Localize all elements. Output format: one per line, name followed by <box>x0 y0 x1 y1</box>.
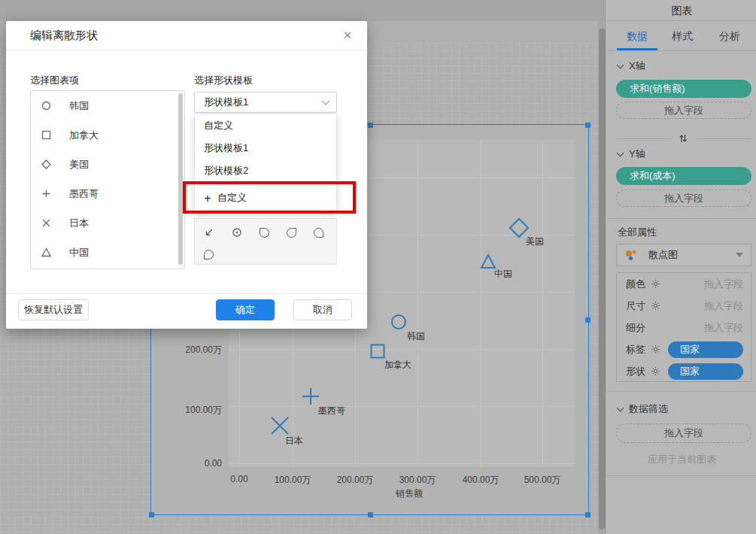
property-row-color: 颜色 拖入字段 <box>617 273 751 295</box>
list-item-label: 韩国 <box>69 99 89 113</box>
template-select-value: 形状模板1 <box>204 96 248 109</box>
chevron-down-icon <box>617 405 624 412</box>
filter-section-title: 数据筛选 <box>629 402 668 416</box>
diamond-marker-icon <box>41 159 51 169</box>
toolbar-strip <box>0 0 606 21</box>
chevron-down-icon <box>617 150 624 157</box>
plus-marker-icon <box>41 189 51 199</box>
property-row-shape: 形状 国家 <box>617 360 751 382</box>
gear-icon[interactable] <box>651 279 660 289</box>
divider <box>696 138 751 139</box>
chart-item-list: 韩国 加拿大 美国 墨西哥 日本 中国 <box>30 90 185 269</box>
target-dot-icon[interactable] <box>232 227 242 238</box>
x-axis-field-chip[interactable]: 求和(销售额) <box>616 80 751 98</box>
selection-handle[interactable] <box>368 512 373 517</box>
ok-button[interactable]: 确定 <box>216 299 275 320</box>
property-row-detail: 细分 拖入字段 <box>617 317 751 338</box>
x-axis-drop-zone[interactable]: 拖入字段 <box>616 102 751 119</box>
dropdown-option-template2[interactable]: 形状模板2 <box>195 159 336 182</box>
marker-circle-korea[interactable] <box>392 315 405 329</box>
marker-plus-mexico[interactable] <box>302 388 319 405</box>
list-item-japan[interactable]: 日本 <box>31 208 184 238</box>
selection-handle[interactable] <box>149 512 154 517</box>
gear-icon[interactable] <box>651 344 660 354</box>
gear-icon[interactable] <box>651 301 660 311</box>
sidebar-title: 图表 <box>607 0 756 21</box>
point-label: 墨西哥 <box>318 405 345 417</box>
dropdown-option-custom[interactable]: 自定义 <box>195 114 336 137</box>
swap-axes-icon[interactable] <box>678 133 688 144</box>
filter-drop-zone[interactable]: 拖入字段 <box>616 423 751 443</box>
gear-icon[interactable] <box>651 366 660 376</box>
list-item-label: 日本 <box>69 217 89 230</box>
property-label: 颜色 <box>626 278 645 291</box>
template-select[interactable]: 形状模板1 <box>194 92 337 113</box>
tab-data[interactable]: 数据 <box>615 21 660 51</box>
divider <box>6 293 367 294</box>
marker-diamond-usa[interactable] <box>510 219 528 237</box>
list-scrollbar-thumb[interactable] <box>178 93 183 265</box>
selection-handle[interactable] <box>585 317 591 323</box>
divider <box>607 218 756 219</box>
point-label: 日本 <box>285 435 303 448</box>
property-label: 形状 <box>626 365 645 378</box>
x-marker-icon <box>41 218 51 228</box>
shape-picker-panel <box>194 218 337 265</box>
list-item-label: 墨西哥 <box>69 187 99 201</box>
drop-field-placeholder[interactable]: 拖入字段 <box>704 321 743 335</box>
caret-down-icon <box>736 253 743 257</box>
canvas-scrollbar[interactable] <box>598 21 606 534</box>
list-item-korea[interactable]: 韩国 <box>31 91 184 120</box>
cancel-button[interactable]: 取消 <box>293 299 352 320</box>
marker-x-japan[interactable] <box>272 417 288 434</box>
restore-defaults-button[interactable]: 恢复默认设置 <box>18 299 89 320</box>
divider <box>6 50 367 50</box>
divider <box>607 391 756 392</box>
filter-section-header[interactable]: 数据筛选 <box>618 402 668 416</box>
chevron-down-icon <box>321 96 329 105</box>
divider <box>607 475 756 476</box>
y-axis-section-header[interactable]: Y轴 <box>618 147 645 161</box>
selection-handle[interactable] <box>585 512 591 517</box>
list-item-china[interactable]: 中国 <box>31 238 184 267</box>
pin-top-left-icon[interactable] <box>260 228 269 238</box>
point-label: 美国 <box>526 235 544 248</box>
arrow-down-left-icon[interactable] <box>204 227 214 238</box>
y-axis-field-chip[interactable]: 求和(成本) <box>616 167 751 185</box>
chart-type-select[interactable]: 散点图 <box>616 244 751 266</box>
dropdown-option-template1[interactable]: 形状模板1 <box>195 137 336 159</box>
marker-square-canada[interactable] <box>372 345 384 358</box>
property-label: 细分 <box>626 321 645 335</box>
close-icon[interactable]: × <box>339 26 357 44</box>
sidebar-tabs: 数据 样式 分析 <box>607 21 756 51</box>
pin-bottom-right-icon[interactable] <box>314 228 323 238</box>
app: 200.00万 100.00万 0.00 0.00 100.00万 200.00… <box>0 0 756 534</box>
chart-items-label: 选择图表项 <box>30 74 79 87</box>
tab-style[interactable]: 样式 <box>660 21 705 51</box>
tab-analysis[interactable]: 分析 <box>707 21 752 51</box>
x-axis-section-title: X轴 <box>629 59 645 73</box>
drop-field-placeholder[interactable]: 拖入字段 <box>704 278 743 291</box>
list-item-mexico[interactable]: 墨西哥 <box>31 179 184 208</box>
chevron-down-icon <box>617 62 624 69</box>
triangle-marker-icon <box>41 247 51 257</box>
pin-top-right-icon[interactable] <box>287 228 296 238</box>
selection-handle[interactable] <box>368 123 373 128</box>
point-label: 加拿大 <box>384 359 411 372</box>
y-axis-drop-zone[interactable]: 拖入字段 <box>616 190 751 207</box>
edit-discrete-shape-dialog: 编辑离散形状 × 选择图表项 选择形状模板 韩国 加拿大 美国 墨西哥 <box>6 21 367 329</box>
list-item-label: 美国 <box>69 158 89 171</box>
canvas-scrollbar-thumb[interactable] <box>599 29 606 529</box>
drop-field-placeholder[interactable]: 拖入字段 <box>704 299 743 313</box>
marker-triangle-china[interactable] <box>481 255 495 268</box>
divider <box>616 138 672 139</box>
x-axis-section-header[interactable]: X轴 <box>618 59 645 73</box>
shape-field-chip[interactable]: 国家 <box>668 363 743 380</box>
selection-handle[interactable] <box>585 123 591 128</box>
label-field-chip[interactable]: 国家 <box>668 341 743 358</box>
circle-marker-icon <box>41 101 51 111</box>
pin-bottom-left-icon[interactable] <box>204 250 214 259</box>
list-item-canada[interactable]: 加拿大 <box>31 120 184 150</box>
apply-to-current-chart[interactable]: 应用于当前图表 <box>607 453 756 466</box>
list-item-usa[interactable]: 美国 <box>31 150 184 179</box>
